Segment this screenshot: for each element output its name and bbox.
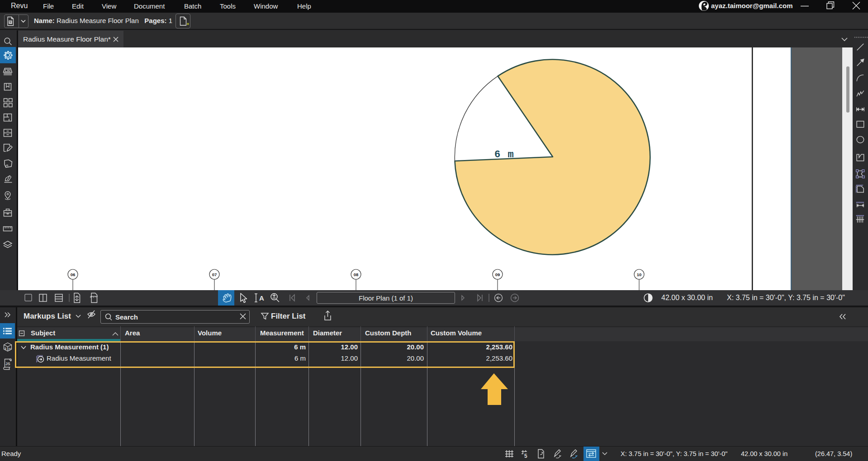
svg-text:08: 08 xyxy=(354,272,359,277)
svg-text:JS: JS xyxy=(5,362,10,366)
svg-text:A: A xyxy=(259,294,264,302)
svg-text:D: D xyxy=(9,347,11,351)
svg-text:3: 3 xyxy=(5,347,7,351)
svg-text:5: 5 xyxy=(524,453,527,459)
svg-text:07: 07 xyxy=(212,272,217,277)
svg-text:09: 09 xyxy=(495,272,500,277)
svg-text:10: 10 xyxy=(637,272,642,277)
svg-text:06: 06 xyxy=(71,272,76,277)
svg-text:6 m: 6 m xyxy=(494,149,514,160)
